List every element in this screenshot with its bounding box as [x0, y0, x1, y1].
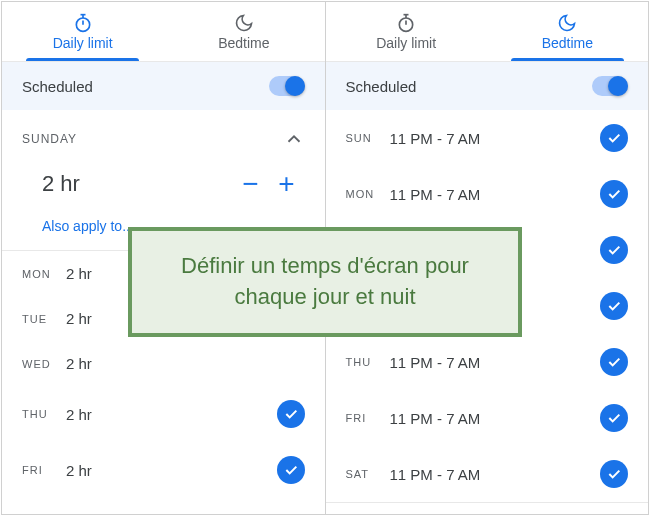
chevron-up-icon	[283, 128, 305, 150]
expanded-day-header[interactable]: SUNDAY	[2, 110, 325, 160]
day-value: 2 hr	[66, 355, 305, 372]
tab-bedtime[interactable]: Bedtime	[487, 2, 648, 61]
scheduled-row: Scheduled	[2, 62, 325, 110]
day-abbr: SAT	[346, 468, 390, 480]
day-row[interactable]: WED2 hr	[2, 341, 325, 386]
check-icon[interactable]	[600, 348, 628, 376]
tab-bedtime[interactable]: Bedtime	[163, 2, 324, 61]
scheduled-toggle[interactable]	[269, 76, 305, 96]
bedtime-value: 11 PM - 7 AM	[390, 410, 601, 427]
check-icon[interactable]	[277, 456, 305, 484]
scheduled-label: Scheduled	[346, 78, 417, 95]
check-icon[interactable]	[600, 236, 628, 264]
day-value: 2 hr	[66, 462, 277, 479]
bedtime-row[interactable]: FRI11 PM - 7 AM	[326, 390, 649, 446]
tab-daily-label: Daily limit	[53, 35, 113, 51]
tabs: Daily limit Bedtime	[326, 2, 649, 62]
expanded-day-label: SUNDAY	[22, 132, 77, 146]
svg-point-1	[399, 18, 412, 31]
tab-bedtime-label: Bedtime	[218, 35, 269, 51]
tab-daily-limit[interactable]: Daily limit	[2, 2, 163, 61]
day-abbr: WED	[22, 358, 66, 370]
stopwatch-icon	[73, 13, 93, 33]
increase-button[interactable]: +	[269, 166, 305, 202]
day-row[interactable]: THU2 hr	[2, 386, 325, 442]
bedtime-value: 11 PM - 7 AM	[390, 186, 601, 203]
day-abbr: THU	[346, 356, 390, 368]
day-abbr: MON	[346, 188, 390, 200]
day-abbr: MON	[22, 268, 66, 280]
moon-icon	[557, 13, 577, 33]
tab-bedtime-label: Bedtime	[542, 35, 593, 51]
scheduled-row: Scheduled	[326, 62, 649, 110]
check-icon[interactable]	[600, 404, 628, 432]
caption-overlay: Définir un temps d'écran pour chaque jou…	[128, 227, 522, 337]
day-value: 2 hr	[66, 512, 305, 514]
check-icon[interactable]	[600, 292, 628, 320]
bedtime-row[interactable]: SAT11 PM - 7 AM	[326, 446, 649, 502]
day-abbr: SUN	[346, 132, 390, 144]
day-abbr: THU	[22, 408, 66, 420]
day-value: 2 hr	[66, 406, 277, 423]
bedtime-value: 11 PM - 7 AM	[390, 130, 601, 147]
day-row[interactable]: SAT2 hr	[2, 498, 325, 514]
check-icon[interactable]	[600, 180, 628, 208]
stopwatch-icon	[396, 13, 416, 33]
tabs: Daily limit Bedtime	[2, 2, 325, 62]
scheduled-toggle[interactable]	[592, 76, 628, 96]
tab-daily-label: Daily limit	[376, 35, 436, 51]
bedtime-value: 11 PM - 7 AM	[390, 466, 601, 483]
check-icon[interactable]	[600, 460, 628, 488]
day-row[interactable]: FRI2 hr	[2, 442, 325, 498]
svg-point-0	[76, 18, 89, 31]
bedtime-footnote: Supervised Android mobile devices and Ch…	[326, 502, 649, 514]
day-abbr: FRI	[22, 464, 66, 476]
limit-value: 2 hr	[42, 171, 233, 197]
day-abbr: FRI	[346, 412, 390, 424]
tab-daily-limit[interactable]: Daily limit	[326, 2, 487, 61]
bedtime-row[interactable]: MON11 PM - 7 AM	[326, 166, 649, 222]
decrease-button[interactable]: −	[233, 166, 269, 202]
moon-icon	[234, 13, 254, 33]
bedtime-row[interactable]: SUN11 PM - 7 AM	[326, 110, 649, 166]
check-icon[interactable]	[600, 124, 628, 152]
check-icon[interactable]	[277, 400, 305, 428]
day-abbr: TUE	[22, 313, 66, 325]
limit-editor: 2 hr − +	[2, 160, 325, 208]
bedtime-row[interactable]: THU11 PM - 7 AM	[326, 334, 649, 390]
bedtime-value: 11 PM - 7 AM	[390, 354, 601, 371]
scheduled-label: Scheduled	[22, 78, 93, 95]
